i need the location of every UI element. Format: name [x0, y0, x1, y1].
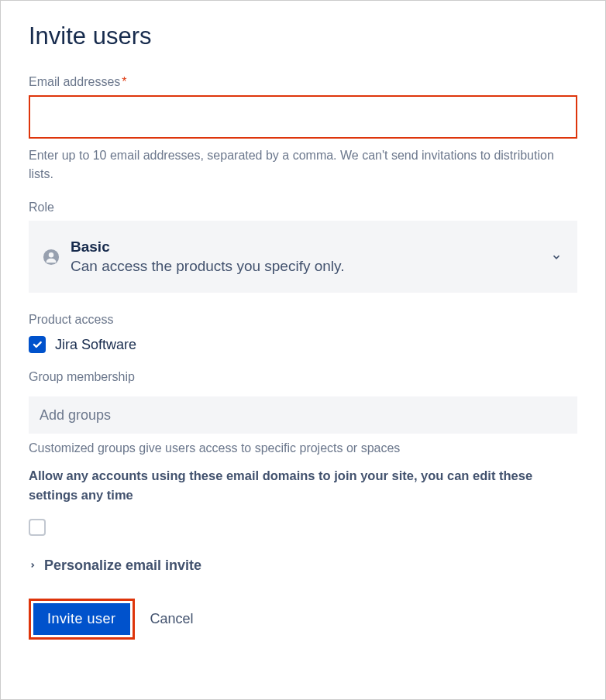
allow-domains-text: Allow any accounts using these email dom…	[29, 466, 577, 505]
group-help-text: Customized groups give users access to s…	[29, 441, 577, 455]
page-title: Invite users	[29, 22, 577, 50]
chevron-right-icon	[29, 561, 36, 569]
role-description: Can access the products you specify only…	[71, 257, 540, 276]
required-asterisk: *	[122, 75, 126, 88]
group-membership-label: Group membership	[29, 370, 577, 384]
invite-button-highlight: Invite user	[29, 599, 135, 640]
invite-user-button[interactable]: Invite user	[33, 603, 130, 635]
jira-checkbox[interactable]	[29, 336, 46, 353]
role-title: Basic	[71, 238, 540, 257]
product-access-item[interactable]: Jira Software	[29, 336, 577, 353]
product-label: Jira Software	[55, 337, 136, 353]
cancel-button[interactable]: Cancel	[150, 611, 194, 627]
personalize-label: Personalize email invite	[44, 558, 201, 574]
person-icon	[43, 249, 60, 266]
chevron-down-icon	[551, 252, 562, 262]
svg-point-1	[49, 252, 53, 257]
email-input[interactable]	[29, 95, 577, 139]
email-help-text: Enter up to 10 email addresses, separate…	[29, 146, 577, 184]
group-input[interactable]	[29, 396, 577, 434]
role-select[interactable]: Basic Can access the products you specif…	[29, 221, 577, 293]
product-access-label: Product access	[29, 313, 577, 327]
allow-domains-checkbox[interactable]	[29, 519, 46, 536]
email-label: Email addresses*	[29, 75, 577, 89]
personalize-toggle[interactable]: Personalize email invite	[29, 558, 577, 574]
role-label: Role	[29, 201, 577, 214]
checkmark-icon	[32, 339, 43, 350]
